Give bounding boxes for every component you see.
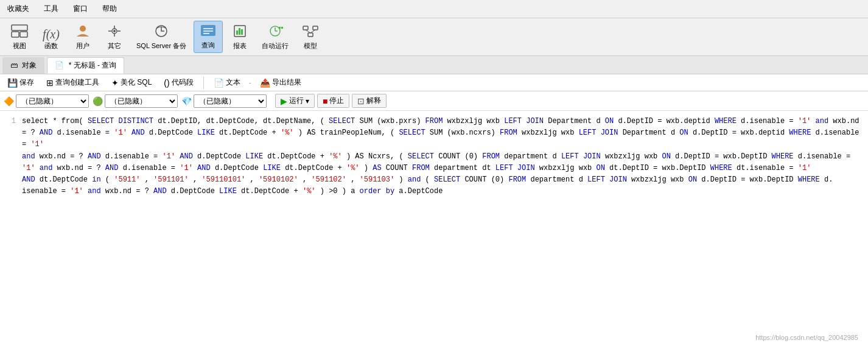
svg-rect-1 bbox=[12, 32, 19, 37]
snippet-button[interactable]: () 代码段 bbox=[160, 76, 197, 89]
svg-rect-22 bbox=[279, 27, 281, 29]
other-icon bbox=[107, 24, 122, 40]
toolbar-query-label: 查询 bbox=[201, 41, 215, 50]
menu-tools[interactable]: 工具 bbox=[41, 2, 61, 15]
toolbar-separator bbox=[203, 77, 204, 89]
beautify-icon: ✦ bbox=[111, 78, 119, 88]
toolbar-view[interactable]: 视图 bbox=[5, 22, 34, 53]
toolbar-user-label: 用户 bbox=[76, 41, 89, 51]
db-select-2: 🟢 （已隐藏） bbox=[93, 94, 178, 108]
menu-help[interactable]: 帮助 bbox=[100, 2, 119, 15]
query-icon bbox=[200, 24, 217, 40]
tab-query-label: * 无标题 - 查询 bbox=[69, 61, 117, 69]
text-separator: - bbox=[249, 79, 251, 87]
explain-label: 解释 bbox=[366, 96, 381, 106]
save-icon: 💾 bbox=[7, 78, 18, 88]
tab-bar: 🗃 对象 📄 * 无标题 - 查询 bbox=[0, 56, 868, 74]
svg-point-5 bbox=[113, 30, 116, 32]
explain-icon: ⊡ bbox=[357, 96, 365, 106]
svg-point-3 bbox=[80, 26, 86, 32]
toolbar-view-label: 视图 bbox=[13, 41, 26, 51]
query-builder-icon: ⊞ bbox=[46, 78, 54, 88]
stop-label: 停止 bbox=[329, 96, 344, 106]
line-number-1: 1 bbox=[0, 116, 22, 127]
svg-rect-26 bbox=[308, 33, 313, 37]
user-icon bbox=[75, 24, 90, 40]
toolbar-autorun-label: 自动运行 bbox=[262, 41, 289, 51]
export-icon: 📤 bbox=[260, 78, 270, 88]
toolbar-sqlserver-label: SQL Server 备份 bbox=[136, 41, 186, 51]
run-button[interactable]: ▶ 运行 ▾ bbox=[275, 94, 315, 108]
run-btn-group: ▶ 运行 ▾ ■ 停止 ⊡ 解释 bbox=[275, 94, 387, 108]
svg-rect-23 bbox=[281, 27, 283, 29]
code-content-1: select * from( SELECT DISTINCT dt.DeptID… bbox=[22, 116, 868, 197]
run-icon: ▶ bbox=[281, 96, 287, 106]
db-select-3: 💎 （已隐藏） bbox=[181, 94, 267, 108]
code-editor[interactable]: 1 select * from( SELECT DISTINCT dt.Dept… bbox=[0, 111, 868, 346]
svg-rect-16 bbox=[236, 30, 238, 35]
svg-rect-17 bbox=[239, 28, 240, 35]
toolbar-autorun[interactable]: 自动运行 bbox=[257, 22, 293, 53]
view-icon bbox=[11, 24, 28, 40]
toolbar-report[interactable]: 报表 bbox=[225, 22, 254, 53]
query-builder-label: 查询创建工具 bbox=[55, 77, 99, 88]
tab-query[interactable]: 📄 * 无标题 - 查询 bbox=[47, 57, 124, 74]
tab-object-label: 对象 bbox=[22, 61, 37, 69]
toolbar-model-label: 模型 bbox=[304, 41, 317, 51]
toolbar-sqlserver[interactable]: SQL Server 备份 bbox=[131, 22, 191, 53]
toolbar-function-label: 函数 bbox=[44, 41, 58, 51]
db-select-1: 🔶 （已隐藏） bbox=[4, 94, 89, 108]
toolbar-function[interactable]: f(x) 函数 bbox=[37, 26, 66, 53]
db-dropdown-1[interactable]: （已隐藏） bbox=[16, 94, 89, 108]
stop-button[interactable]: ■ 停止 bbox=[317, 94, 349, 108]
function-icon: f(x) bbox=[43, 28, 60, 40]
tab-object[interactable]: 🗃 对象 bbox=[2, 57, 44, 74]
toolbar-other[interactable]: 其它 bbox=[100, 22, 129, 53]
explain-button[interactable]: ⊡ 解释 bbox=[352, 94, 387, 108]
text-icon: 📄 bbox=[214, 78, 224, 88]
svg-rect-24 bbox=[303, 26, 308, 30]
db-selector-row: 🔶 （已隐藏） 🟢 （已隐藏） 💎 （已隐藏） ▶ 运行 ▾ ■ bbox=[0, 91, 868, 111]
text-label: 文本 bbox=[226, 77, 240, 88]
snippet-icon: () bbox=[164, 78, 169, 88]
svg-rect-25 bbox=[313, 26, 318, 30]
db-dropdown-3[interactable]: （已隐藏） bbox=[194, 94, 267, 108]
db-icon-1: 🔶 bbox=[4, 96, 14, 106]
save-button[interactable]: 💾 保存 bbox=[4, 76, 38, 89]
run-dropdown-icon: ▾ bbox=[306, 97, 309, 105]
toolbar-model[interactable]: 模型 bbox=[296, 22, 325, 53]
query-builder-button[interactable]: ⊞ 查询创建工具 bbox=[43, 76, 103, 89]
report-icon bbox=[233, 24, 247, 40]
db-dropdown-2[interactable]: （已隐藏） bbox=[105, 94, 178, 108]
tab-query-icon: 📄 bbox=[55, 61, 64, 69]
menu-favorites[interactable]: 收藏夹 bbox=[5, 2, 32, 15]
text-button[interactable]: 📄 文本 bbox=[210, 76, 244, 89]
export-button[interactable]: 📤 导出结果 bbox=[256, 76, 305, 89]
run-label: 运行 bbox=[289, 96, 304, 106]
tab-object-icon: 🗃 bbox=[10, 61, 18, 69]
main-toolbar: 视图 f(x) 函数 用户 其它 SQL Server 备份 bbox=[0, 18, 868, 56]
beautify-button[interactable]: ✦ 美化 SQL bbox=[108, 76, 155, 89]
beautify-label: 美化 SQL bbox=[121, 77, 152, 88]
watermark: https://blog.csdn.net/qq_20042985 bbox=[755, 334, 858, 341]
stop-icon: ■ bbox=[323, 96, 327, 106]
autorun-icon bbox=[267, 24, 284, 40]
toolbar-other-label: 其它 bbox=[108, 41, 121, 51]
snippet-label: 代码段 bbox=[172, 77, 194, 88]
menu-window[interactable]: 窗口 bbox=[71, 2, 90, 15]
svg-rect-18 bbox=[241, 29, 243, 35]
export-label: 导出结果 bbox=[272, 77, 301, 88]
menu-bar: 收藏夹 工具 窗口 帮助 bbox=[0, 0, 868, 18]
code-line-1: 1 select * from( SELECT DISTINCT dt.Dept… bbox=[0, 116, 868, 197]
model-icon bbox=[302, 24, 319, 40]
db-icon-2: 🟢 bbox=[93, 96, 103, 106]
svg-line-27 bbox=[306, 30, 310, 33]
toolbar-query[interactable]: 查询 bbox=[194, 21, 223, 53]
toolbar-report-label: 报表 bbox=[233, 41, 247, 51]
svg-line-28 bbox=[310, 30, 315, 33]
svg-rect-11 bbox=[201, 25, 215, 36]
save-label: 保存 bbox=[19, 77, 34, 88]
toolbar-user[interactable]: 用户 bbox=[68, 22, 97, 53]
svg-rect-2 bbox=[20, 32, 27, 37]
db-icon-3: 💎 bbox=[181, 96, 192, 106]
